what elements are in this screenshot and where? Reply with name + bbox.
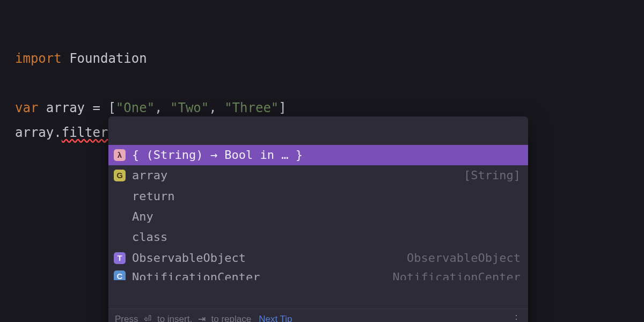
string-literal: "One" xyxy=(116,100,155,115)
string-literal: "Three" xyxy=(224,100,279,115)
c-icon: C xyxy=(114,270,126,280)
completion-label: NotificationCenter xyxy=(132,270,386,280)
footer-insert: to insert, xyxy=(155,314,195,323)
completion-item[interactable]: Any xyxy=(108,207,528,227)
tab-key-icon: ⇥ xyxy=(198,314,206,323)
array-close: ] xyxy=(279,100,286,115)
spacer-icon xyxy=(114,232,126,244)
completion-label: { (String) → Bool in … } xyxy=(132,148,521,162)
next-tip-link[interactable]: Next Tip xyxy=(259,314,292,323)
method-filter: filter xyxy=(62,125,108,140)
call-target: array xyxy=(15,125,54,140)
spacer-icon xyxy=(114,211,126,223)
completion-item[interactable]: Garray[String] xyxy=(108,165,528,186)
module-name: Foundation xyxy=(69,51,147,66)
completion-label: return xyxy=(132,189,521,203)
completion-item[interactable]: TObservableObjectObservableObject xyxy=(108,248,528,268)
completion-item[interactable]: class xyxy=(108,227,528,247)
spacer-icon xyxy=(114,191,126,202)
footer-replace: to replace xyxy=(209,314,251,323)
completion-popup[interactable]: λ{ (String) → Bool in … }Garray[String]r… xyxy=(108,116,528,322)
completion-type: NotificationCenter xyxy=(393,270,521,280)
completion-item[interactable]: λ{ (String) → Bool in … } xyxy=(108,145,528,165)
completion-footer: Press ⏎ to insert, ⇥ to replace Next Tip… xyxy=(108,309,528,322)
completion-type: [String] xyxy=(464,169,521,182)
completion-label: ObservableObject xyxy=(132,251,400,265)
keyword-import: import xyxy=(15,51,62,66)
completion-type: ObservableObject xyxy=(407,251,521,265)
completion-label: array xyxy=(132,169,457,182)
enter-key-icon: ⏎ xyxy=(144,314,151,323)
code-editor[interactable]: import Foundation var array = ["One", "T… xyxy=(0,0,644,216)
g-icon: G xyxy=(114,170,126,181)
string-literal: "Two" xyxy=(170,100,209,115)
t-icon: T xyxy=(114,252,126,264)
keyword-var: var xyxy=(15,100,38,115)
completion-item[interactable]: return xyxy=(108,186,528,207)
completion-item[interactable]: CNotificationCenterNotificationCenter xyxy=(108,268,528,280)
assign-open: = [ xyxy=(85,100,116,115)
var-name: array xyxy=(46,100,85,115)
footer-press: Press xyxy=(115,314,141,323)
lambda-icon: λ xyxy=(114,149,126,161)
completion-label: Any xyxy=(132,210,521,224)
completion-label: class xyxy=(132,230,521,244)
more-menu-icon[interactable]: ⋮ xyxy=(511,313,522,322)
